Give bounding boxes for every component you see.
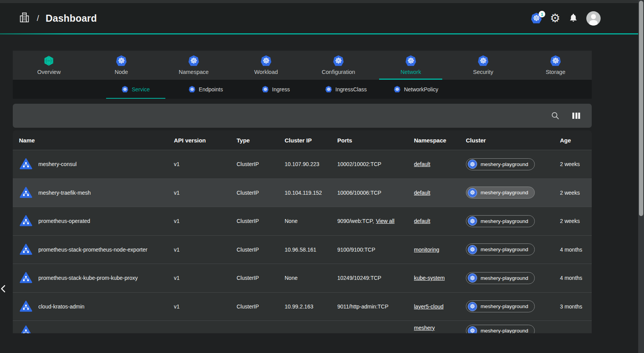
kubernetes-icon: ☸ <box>262 86 269 93</box>
category-tab-label: Namespace <box>179 69 209 75</box>
column-header[interactable]: Cluster <box>460 137 554 144</box>
column-header[interactable]: Namespace <box>408 137 460 144</box>
search-icon[interactable] <box>550 110 561 121</box>
cluster-chip[interactable]: ☸ meshery-playground <box>466 325 535 333</box>
category-tab[interactable]: ☸ Configuration <box>302 51 375 80</box>
table-row[interactable]: meshery-consul v1 ClusterIP 10.107.90.22… <box>13 150 592 178</box>
namespace-link[interactable]: default <box>414 161 430 167</box>
table-row[interactable]: meshery-traefik-mesh v1 ClusterIP 10.104… <box>13 178 592 207</box>
table-row[interactable]: prometheus-stack-kube-prom-kube-proxy v1… <box>13 264 592 292</box>
table-row[interactable]: prometheus-stack-prometheus-node-exporte… <box>13 235 592 264</box>
page-scrollbar[interactable] <box>638 0 644 353</box>
column-header[interactable]: Name <box>13 137 168 144</box>
category-tab[interactable]: Overview <box>13 51 85 80</box>
namespace-cell: default <box>408 218 460 224</box>
service-icon <box>19 243 33 256</box>
kubernetes-icon: ☸ <box>468 188 477 197</box>
cluster-chip-label: meshery-playground <box>481 328 528 333</box>
ports-value: 9011/http-admin:TCP <box>337 303 388 310</box>
api-version-cell: v1 <box>168 303 230 310</box>
service-name: meshery-traefik-mesh <box>38 190 91 196</box>
view-columns-icon[interactable] <box>571 110 582 121</box>
kubernetes-icon: ☸ <box>116 55 127 66</box>
namespace-link[interactable]: monitoring <box>414 247 439 253</box>
service-name: prometheus-operated <box>38 218 90 224</box>
service-name: meshery-consul <box>38 161 77 167</box>
chevron-left-icon <box>0 284 6 293</box>
cluster-chip[interactable]: ☸ meshery-playground <box>466 300 535 312</box>
column-header[interactable]: Type <box>230 137 278 144</box>
table-row[interactable]: meshery ☸ meshery-playground <box>13 320 592 333</box>
cluster-chip[interactable]: ☸ meshery-playground <box>466 243 535 255</box>
namespace-link[interactable]: default <box>414 190 430 196</box>
namespace-link[interactable]: meshery <box>414 325 435 331</box>
ports-value: 10006/10006:TCP <box>337 190 381 196</box>
age-cell: 2 weeks <box>554 190 592 196</box>
service-icon <box>19 325 33 333</box>
age-cell: 3 months <box>554 303 592 310</box>
kubernetes-icon: ☸ <box>405 55 416 66</box>
namespace-link[interactable]: layer5-cloud <box>414 303 443 310</box>
subtab[interactable]: ☸ Endpoints <box>171 80 241 99</box>
cluster-ip-cell: 10.104.119.152 <box>278 190 331 196</box>
kubernetes-icon: ☸ <box>189 86 195 93</box>
type-cell: ClusterIP <box>230 218 278 224</box>
subtab-label: Service <box>132 86 150 93</box>
api-version-cell: v1 <box>168 275 230 281</box>
cluster-chip[interactable]: ☸ meshery-playground <box>466 215 535 227</box>
subtab[interactable]: ☸ IngressClass <box>311 80 381 99</box>
table-row[interactable]: prometheus-operated v1 ClusterIP None 90… <box>13 207 592 235</box>
type-cell: ClusterIP <box>230 190 278 196</box>
table-row[interactable]: cloud-kratos-admin v1 ClusterIP 10.99.2.… <box>13 292 592 321</box>
cluster-ip-cell: None <box>278 218 331 224</box>
kubernetes-icon: ☸ <box>188 55 199 66</box>
namespace-cell: kube-system <box>408 275 460 281</box>
cluster-chip-label: meshery-playground <box>481 247 528 252</box>
kubernetes-icon: ☸ <box>325 86 332 93</box>
api-version-cell: v1 <box>168 190 230 196</box>
subtab-label: IngressClass <box>335 86 367 93</box>
kubernetes-icon: ☸ <box>468 159 477 169</box>
cluster-cell: ☸ meshery-playground <box>460 243 554 255</box>
view-all-link[interactable]: View all <box>376 218 395 224</box>
main-content: Overview ☸ Node ☸ Namespace ☸ Workload ☸… <box>13 0 592 353</box>
scrollbar-thumb[interactable] <box>639 1 643 216</box>
network-subtabs: ☸ Service ☸ Endpoints ☸ Ingress ☸ Ingres… <box>13 80 592 99</box>
category-tab[interactable]: ☸ Security <box>447 51 519 80</box>
column-header[interactable]: API version <box>168 137 230 144</box>
subtab[interactable]: ☸ Ingress <box>241 80 311 99</box>
subtab[interactable]: ☸ Service <box>101 80 171 99</box>
cluster-cell: ☸ meshery-playground <box>460 187 554 199</box>
cluster-chip-label: meshery-playground <box>481 161 528 167</box>
table-header-row: Name API version Type Cluster IP Ports N… <box>13 130 592 150</box>
subtab[interactable]: ☸ NetworkPolicy <box>381 80 451 99</box>
category-tab[interactable]: ☸ Storage <box>519 51 592 80</box>
namespace-link[interactable]: default <box>414 218 430 224</box>
column-header[interactable]: Age <box>554 137 592 144</box>
cluster-chip[interactable]: ☸ meshery-playground <box>466 272 535 284</box>
ports-cell: 10249/10249:TCP <box>331 275 408 281</box>
ports-cell: 10002/10002:TCP <box>331 161 408 167</box>
cluster-chip[interactable]: ☸ meshery-playground <box>466 187 535 199</box>
drawer-collapse-button[interactable] <box>0 281 10 296</box>
cluster-chip[interactable]: ☸ meshery-playground <box>466 158 535 170</box>
service-icon <box>19 158 33 171</box>
kubernetes-icon: ☸ <box>468 326 477 334</box>
category-tab[interactable]: ☸ Namespace <box>158 51 230 80</box>
column-header[interactable]: Ports <box>331 137 408 144</box>
kubernetes-icon: ☸ <box>261 55 271 66</box>
meshery-icon <box>43 55 54 66</box>
name-cell: meshery-traefik-mesh <box>13 186 168 199</box>
category-tab[interactable]: ☸ Workload <box>230 51 302 80</box>
category-tab-label: Storage <box>546 69 565 75</box>
ports-cell: 9011/http-admin:TCP <box>331 303 408 310</box>
column-header[interactable]: Cluster IP <box>278 137 331 144</box>
subtab-label: Ingress <box>272 86 290 93</box>
cluster-cell: ☸ meshery-playground <box>460 272 554 284</box>
category-tab[interactable]: ☸ Node <box>85 51 158 80</box>
category-tab[interactable]: ☸ Network <box>374 51 447 80</box>
cluster-chip-label: meshery-playground <box>481 275 528 281</box>
ports-value: 10002/10002:TCP <box>337 161 381 167</box>
name-cell: prometheus-stack-prometheus-node-exporte… <box>13 243 168 256</box>
namespace-link[interactable]: kube-system <box>414 275 445 281</box>
